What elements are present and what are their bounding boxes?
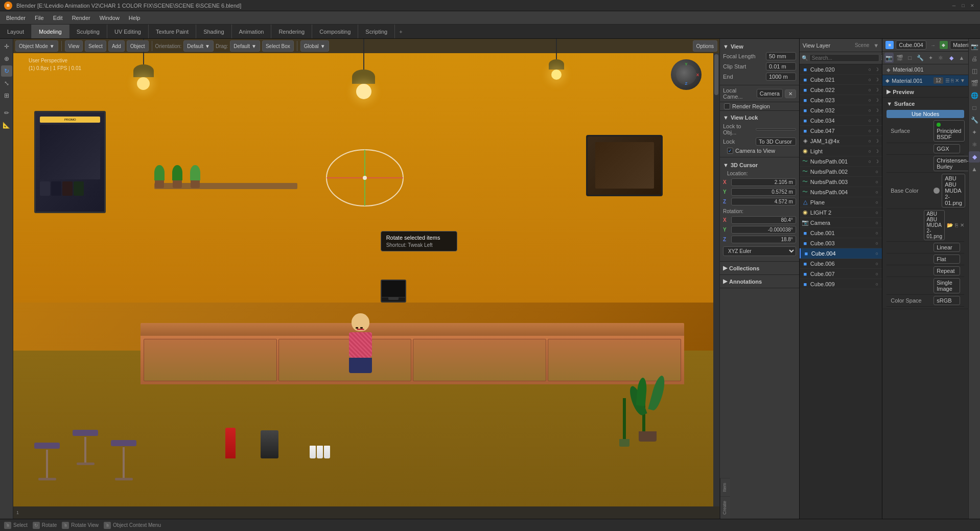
outliner-item-cube047[interactable]: ■ Cube.047 ○ ☽ [800,126,882,136]
light2-view-icon[interactable]: ○ [874,210,880,216]
surface-shader-value[interactable]: Principled BSDF [934,120,964,142]
linear-value[interactable]: Linear [934,243,960,252]
lock-to-obj-value[interactable] [756,128,796,130]
close-button[interactable]: ✕ [969,2,976,9]
focal-length-value[interactable]: 50 mm [766,52,796,60]
tab-create[interactable]: Create [720,496,730,519]
base-color-dot[interactable] [934,188,940,194]
cube047-view-icon[interactable]: ○ [867,128,873,134]
outliner-item-cube001[interactable]: ■ Cube.001 ○ [800,228,882,238]
tab-layout[interactable]: Layout [0,25,32,38]
mat-duplicate-icon[interactable]: ⎘ [951,78,954,83]
texture-browse-icon[interactable]: 📂 [947,222,953,228]
christensen-value[interactable]: Christensen-Burley [934,156,968,171]
props-icon-physics[interactable]: ⚛ [969,139,980,150]
ggx-value[interactable]: GGX [934,144,960,153]
cube022-render-icon[interactable]: ☽ [874,87,880,93]
camera-name-field[interactable]: Camera [757,89,783,98]
surface-header[interactable]: ▼ Surface [886,100,964,108]
drag-selector[interactable]: Default ▼ [230,40,260,52]
euler-mode-select[interactable]: XYZ Euler [723,246,796,256]
props-icon-modifier[interactable]: 🔧 [969,114,980,126]
cursor-y-value[interactable]: 0.5752 m [731,188,796,196]
options-button[interactable]: Options [693,40,717,52]
cursor-rx-value[interactable]: 80.4° [731,216,796,224]
tab-rendering[interactable]: Rendering [271,25,312,38]
light-render-icon[interactable]: ☽ [874,148,880,154]
cube001-view-icon[interactable]: ○ [874,230,880,236]
object-name-field[interactable]: Cube.004 [896,40,926,50]
props-icon-scene[interactable]: 🎬 [969,78,980,89]
tab-animation[interactable]: Animation [232,25,272,38]
orientation-selector[interactable]: Default ▼ [183,40,214,52]
add-menu[interactable]: Add [108,40,125,52]
tab-scripting[interactable]: Scripting [358,25,395,38]
viewport-3d[interactable]: PROMO [13,39,719,519]
props-icon-output[interactable]: 🖨 [969,53,980,64]
cube009-view-icon[interactable]: ○ [874,281,880,287]
lock-value[interactable]: To 3D Cursor [756,137,796,146]
object-menu[interactable]: Object [127,40,149,52]
navigation-gizmo[interactable]: X Y Z [668,57,704,93]
nurbspath001-view-icon[interactable]: ○ [867,158,873,165]
outliner-item-cube006[interactable]: ■ Cube.006 ○ [800,259,882,269]
tab-item[interactable]: Item [720,478,730,496]
tool-measure[interactable]: 📐 [1,120,12,131]
cube032-render-icon[interactable]: ☽ [874,107,880,113]
cursor-ry-value[interactable]: -0.000038° [731,226,796,234]
tool-move[interactable]: ⊕ [1,53,12,64]
tool-cursor[interactable]: ✛ [1,41,12,52]
jam-render-icon[interactable]: ☽ [874,138,880,144]
menu-help[interactable]: Help [125,14,145,22]
cube047-render-icon[interactable]: ☽ [874,128,880,134]
mat-scene-icon[interactable]: 🎬 [895,53,904,63]
outliner-item-nurbspath003[interactable]: 〜 NurbsPath.003 ○ [800,177,882,187]
clip-end-value[interactable]: 1000 m [766,73,796,81]
global-selector[interactable]: Global ▼ [300,40,329,52]
menu-window[interactable]: Window [96,14,124,22]
title-bar-controls[interactable]: ─ □ ✕ [950,2,976,9]
outliner-item-cube007[interactable]: ■ Cube.007 ○ [800,269,882,279]
outliner-item-cube023[interactable]: ■ Cube.023 ○ ☽ [800,95,882,105]
tab-compositing[interactable]: Compositing [312,25,358,38]
tool-annotate[interactable]: ✏ [1,107,12,119]
outliner-item-nurbspath001[interactable]: 〜 NurbsPath.001 ○ ☽ [800,156,882,167]
cube020-view-icon[interactable]: ○ [867,66,873,73]
plane-view-icon[interactable]: ○ [874,199,880,205]
cursor-rz-value[interactable]: 18.8° [731,236,796,243]
nurbspath004-view-icon[interactable]: ○ [874,189,880,195]
flat-value[interactable]: Flat [934,255,960,264]
annotations-header[interactable]: ▶ Annotations [723,277,796,286]
tab-sculpting[interactable]: Sculpting [69,25,107,38]
clip-start-value[interactable]: 0.01 m [766,62,796,71]
tab-modeling[interactable]: Modeling [32,25,69,38]
props-icon-particles[interactable]: ✦ [969,127,980,138]
outliner-search-input[interactable] [809,54,879,62]
material-slot-active[interactable]: ◆ Material.001 12 ☰ ⎘ ✕ ▼ [882,75,968,86]
texture-delete-icon[interactable]: ✕ [960,222,964,228]
cube032-view-icon[interactable]: ○ [867,107,873,113]
color-space-value[interactable]: sRGB [934,296,960,305]
mat-data-icon[interactable]: ▲ [957,53,966,63]
cube004-view-icon[interactable]: ○ [874,250,880,257]
nurbspath003-view-icon[interactable]: ○ [874,179,880,185]
texture-copy-icon[interactable]: ⎘ [955,222,958,228]
view-lock-header[interactable]: ▼ View Lock [723,113,796,122]
cursor-x-value[interactable]: 2.105 m [731,178,796,186]
collections-header[interactable]: ▶ Collections [723,264,796,272]
tool-transform[interactable]: ⊞ [1,90,12,101]
jam-view-icon[interactable]: ○ [867,138,873,144]
props-icon-view-layer[interactable]: ◫ [969,65,980,77]
props-icon-data[interactable]: ▲ [969,164,980,175]
mat-browse-icon[interactable]: ☰ [945,78,950,83]
render-region-checkbox[interactable] [724,103,730,109]
tab-texture-paint[interactable]: Texture Paint [149,25,196,38]
camera-obj-view-icon[interactable]: ○ [874,220,880,226]
tab-shading[interactable]: Shading [196,25,231,38]
cube003-view-icon[interactable]: ○ [874,240,880,246]
cursor-section-header[interactable]: ▼ 3D Cursor [723,160,796,170]
outliner-item-cube022[interactable]: ■ Cube.022 ○ ☽ [800,85,882,95]
outliner-item-cube003[interactable]: ■ Cube.003 ○ [800,238,882,248]
base-color-name[interactable]: ABU ABU MUDA 2-01.png [942,174,965,207]
cube034-render-icon[interactable]: ☽ [874,118,880,124]
